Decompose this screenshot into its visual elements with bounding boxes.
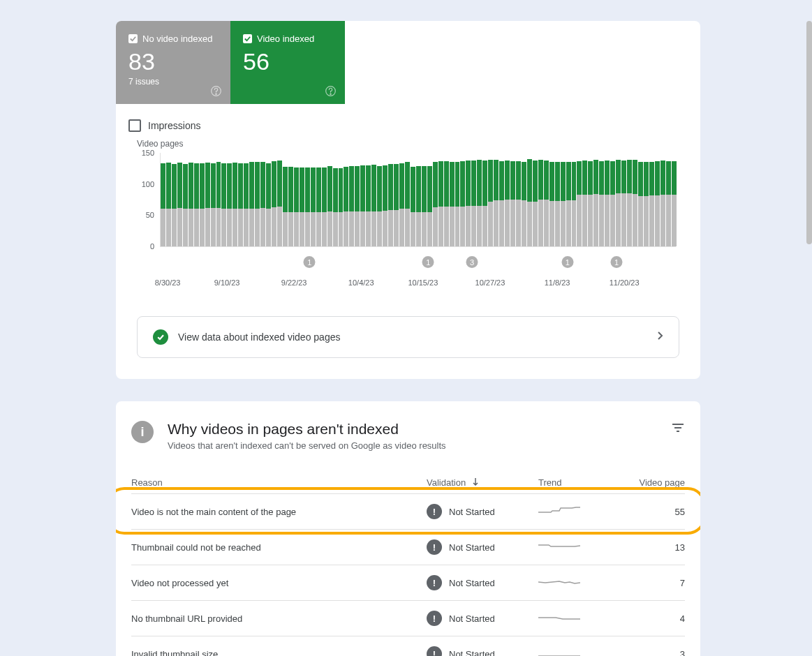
chart-bar[interactable] bbox=[610, 152, 615, 246]
table-row[interactable]: Invalid thumbnail size!Not Started3 bbox=[131, 636, 685, 656]
chart-bar[interactable] bbox=[399, 152, 404, 246]
chart-bar[interactable] bbox=[371, 152, 376, 246]
chart-bar[interactable] bbox=[438, 152, 443, 246]
chart-bar[interactable] bbox=[588, 152, 593, 246]
chart-bar[interactable] bbox=[272, 152, 276, 246]
chart-bar[interactable] bbox=[166, 152, 171, 246]
chart-bar[interactable] bbox=[344, 152, 348, 246]
chart-bar[interactable] bbox=[277, 152, 282, 246]
chart-bar[interactable] bbox=[360, 152, 365, 246]
chart-bar[interactable] bbox=[561, 152, 566, 246]
chart-bar[interactable] bbox=[189, 152, 193, 246]
chart-bar[interactable] bbox=[505, 152, 510, 246]
chart-bar[interactable] bbox=[205, 152, 210, 246]
chart-bar[interactable] bbox=[538, 152, 543, 246]
chart-bar[interactable] bbox=[383, 152, 387, 246]
chart-bar[interactable] bbox=[466, 152, 471, 246]
chart-bar[interactable] bbox=[388, 152, 393, 246]
chart-bar[interactable] bbox=[644, 152, 649, 246]
scrollbar[interactable] bbox=[806, 21, 812, 244]
filter-icon[interactable] bbox=[671, 421, 685, 435]
chart-bar[interactable] bbox=[566, 152, 571, 246]
chart-bar[interactable] bbox=[294, 152, 299, 246]
col-count[interactable]: Video page bbox=[629, 477, 685, 488]
tile-video-indexed[interactable]: Video indexed 56 bbox=[230, 21, 345, 104]
chart-bar[interactable] bbox=[516, 152, 521, 246]
chart-bar[interactable] bbox=[533, 152, 538, 246]
chart-bar[interactable] bbox=[283, 152, 288, 246]
chart-bar[interactable] bbox=[494, 152, 499, 246]
chart-bar[interactable] bbox=[394, 152, 399, 246]
chart-bar[interactable] bbox=[322, 152, 327, 246]
chart-bar[interactable] bbox=[605, 152, 610, 246]
chart-bar[interactable] bbox=[305, 152, 310, 246]
chart-bar[interactable] bbox=[172, 152, 177, 246]
col-trend[interactable]: Trend bbox=[538, 477, 629, 488]
chart-bar[interactable] bbox=[649, 152, 654, 246]
chart-bar[interactable] bbox=[527, 152, 532, 246]
table-row[interactable]: Video not processed yet!Not Started7 bbox=[131, 565, 685, 601]
chart-bar[interactable] bbox=[339, 152, 344, 246]
chart-bar[interactable] bbox=[593, 152, 598, 246]
impressions-toggle[interactable]: Impressions bbox=[116, 104, 700, 139]
chart-bar[interactable] bbox=[355, 152, 360, 246]
chart-bar[interactable] bbox=[416, 152, 421, 246]
table-row[interactable]: Thumbnail could not be reached!Not Start… bbox=[131, 530, 685, 565]
chart-bar[interactable] bbox=[633, 152, 637, 246]
chart-bar[interactable] bbox=[577, 152, 582, 246]
chart-bar[interactable] bbox=[455, 152, 460, 246]
chart-bar[interactable] bbox=[460, 152, 465, 246]
chart-bar[interactable] bbox=[572, 152, 577, 246]
chart-bar[interactable] bbox=[327, 152, 332, 246]
chart-bar[interactable] bbox=[316, 152, 321, 246]
chart-bar[interactable] bbox=[405, 152, 410, 246]
chart-bar[interactable] bbox=[333, 152, 338, 246]
event-marker[interactable]: 1 bbox=[304, 256, 316, 268]
chart-bar[interactable] bbox=[666, 152, 671, 246]
chart-bar[interactable] bbox=[660, 152, 665, 246]
chart-bar[interactable] bbox=[411, 152, 415, 246]
chart-bar[interactable] bbox=[482, 152, 487, 246]
chart-bar[interactable] bbox=[216, 152, 221, 246]
chart-bar[interactable] bbox=[627, 152, 632, 246]
col-reason[interactable]: Reason bbox=[131, 477, 427, 488]
chart-bar[interactable] bbox=[488, 152, 493, 246]
col-validation[interactable]: Validation bbox=[427, 477, 538, 488]
chart-bar[interactable] bbox=[200, 152, 205, 246]
chart-bar[interactable] bbox=[244, 152, 249, 246]
chart-bar[interactable] bbox=[311, 152, 316, 246]
help-icon[interactable] bbox=[325, 85, 337, 97]
chart-bar[interactable] bbox=[260, 152, 265, 246]
chart-bar[interactable] bbox=[450, 152, 455, 246]
chart-bar[interactable] bbox=[266, 152, 271, 246]
chart-bar[interactable] bbox=[582, 152, 587, 246]
event-marker[interactable]: 3 bbox=[466, 256, 478, 268]
chart-bar[interactable] bbox=[183, 152, 188, 246]
chart-bar[interactable] bbox=[221, 152, 226, 246]
chart-bar[interactable] bbox=[194, 152, 199, 246]
chart-bar[interactable] bbox=[232, 152, 237, 246]
chart-bar[interactable] bbox=[510, 152, 515, 246]
chart-bar[interactable] bbox=[549, 152, 554, 246]
chart-bar[interactable] bbox=[655, 152, 660, 246]
chart-bar[interactable] bbox=[377, 152, 382, 246]
chart-bar[interactable] bbox=[227, 152, 232, 246]
chart-bar[interactable] bbox=[427, 152, 432, 246]
chart-bar[interactable] bbox=[238, 152, 243, 246]
chart-bar[interactable] bbox=[161, 152, 165, 246]
help-icon[interactable] bbox=[210, 85, 222, 97]
event-marker[interactable]: 1 bbox=[561, 256, 573, 268]
event-marker[interactable]: 1 bbox=[422, 256, 434, 268]
chart-bar[interactable] bbox=[555, 152, 560, 246]
chart-bar[interactable] bbox=[477, 152, 482, 246]
chart-bar[interactable] bbox=[300, 152, 304, 246]
chart-bar[interactable] bbox=[422, 152, 427, 246]
tile-no-video-indexed[interactable]: No video indexed 83 7 issues bbox=[116, 21, 230, 104]
checkbox-unchecked-icon[interactable] bbox=[128, 119, 141, 132]
chart-bar[interactable] bbox=[211, 152, 216, 246]
chart-bar[interactable] bbox=[599, 152, 604, 246]
chart-bar[interactable] bbox=[522, 152, 526, 246]
chart-bar[interactable] bbox=[672, 152, 677, 246]
table-row[interactable]: No thumbnail URL provided!Not Started4 bbox=[131, 601, 685, 636]
chart-bar[interactable] bbox=[544, 152, 549, 246]
